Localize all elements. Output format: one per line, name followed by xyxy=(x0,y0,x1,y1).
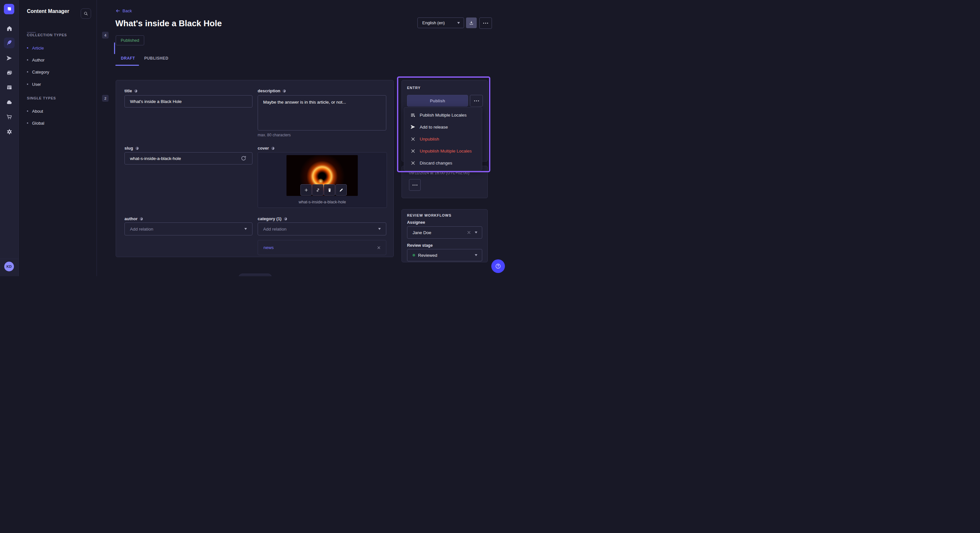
section-single-types: SINGLE TYPES xyxy=(27,96,56,100)
sidebar-item-article[interactable]: Article xyxy=(27,44,91,51)
slug-field-label: slug xyxy=(124,146,139,151)
sidebar-title: Content Manager xyxy=(27,8,69,14)
description-field-label: description xyxy=(258,89,286,93)
sidebar-search-button[interactable] xyxy=(81,8,91,19)
add-icon xyxy=(304,188,309,192)
home-icon[interactable] xyxy=(0,23,19,34)
header-more-button[interactable] xyxy=(479,17,492,29)
assignee-label: Assignee xyxy=(407,220,425,225)
title-input[interactable] xyxy=(124,95,253,108)
sidebar-item-about[interactable]: About xyxy=(27,108,91,115)
strapi-logo[interactable] xyxy=(4,4,14,14)
category-relation-item: news xyxy=(258,240,386,255)
refresh-icon xyxy=(241,155,246,161)
menu-item-discard-changes[interactable]: Discard changes xyxy=(404,157,482,169)
review-workflows-title: REVIEW WORKFLOWS xyxy=(407,213,452,217)
single-types-count: 2 xyxy=(102,95,108,102)
settings-gear-icon[interactable] xyxy=(0,126,19,137)
collection-types-count: 4 xyxy=(102,32,108,38)
review-stage-select[interactable]: Reviewed xyxy=(407,249,482,261)
author-relation-select[interactable]: Add relation xyxy=(124,222,253,235)
add-media-button[interactable] xyxy=(301,184,312,195)
list-plus-icon xyxy=(410,112,416,118)
review-stage-label: Review stage xyxy=(407,243,433,248)
cover-filename: what-s-inside-a-black-hole xyxy=(258,200,387,204)
paper-plane-icon xyxy=(410,124,416,130)
sidebar-item-category[interactable]: Category xyxy=(27,68,91,75)
chevron-down-icon xyxy=(244,228,247,230)
content-manager-nav-active[interactable] xyxy=(4,38,14,48)
ellipsis-icon xyxy=(474,100,479,102)
edit-media-button[interactable] xyxy=(336,184,347,195)
link-icon xyxy=(316,188,320,192)
locale-select[interactable]: English (en) xyxy=(417,17,464,28)
active-tab-underline xyxy=(115,65,139,66)
marketplace-cart-icon[interactable] xyxy=(0,111,19,122)
menu-item-unpublish[interactable]: Unpublish xyxy=(404,133,482,145)
copy-link-button[interactable] xyxy=(312,184,323,195)
slug-input[interactable] xyxy=(124,152,253,165)
release-date: 09/11/2024 at 16:00 (UTC+02:00) xyxy=(409,171,469,175)
sidebar-item-author[interactable]: Author xyxy=(27,56,91,63)
globe-icon xyxy=(271,146,275,150)
help-button[interactable] xyxy=(491,259,505,273)
review-workflows-panel: REVIEW WORKFLOWS Assignee Jane Doe Revie… xyxy=(401,209,488,262)
download-icon xyxy=(469,21,474,25)
globe-icon xyxy=(283,217,288,221)
globe-icon xyxy=(282,89,286,93)
chevron-down-icon xyxy=(457,22,460,24)
section-collection-types: COLLECTION TYPES xyxy=(27,33,67,37)
entry-actions-menu: Publish Multiple Locales Add to release … xyxy=(404,107,482,171)
cover-field-label: cover xyxy=(258,146,275,151)
regenerate-slug-button[interactable] xyxy=(241,155,247,161)
search-icon xyxy=(84,11,88,16)
menu-item-publish-multiple-locales[interactable]: Publish Multiple Locales xyxy=(404,109,482,121)
ellipsis-icon xyxy=(412,185,417,186)
media-library-icon[interactable] xyxy=(0,67,19,78)
assignee-select[interactable]: Jane Doe xyxy=(407,226,482,239)
entry-more-button[interactable] xyxy=(470,95,483,106)
sidebar-item-user[interactable]: User xyxy=(27,81,91,88)
delete-media-button[interactable] xyxy=(324,184,335,195)
bullet-icon xyxy=(27,122,28,124)
releases-icon[interactable] xyxy=(0,52,19,63)
relation-news-link[interactable]: news xyxy=(264,245,274,250)
bullet-icon xyxy=(27,59,28,60)
title-field-label: title xyxy=(124,89,138,93)
menu-item-add-to-release[interactable]: Add to release xyxy=(404,121,482,133)
chevron-down-icon xyxy=(475,232,477,233)
content-type-builder-icon[interactable] xyxy=(0,82,19,93)
stage-status-dot xyxy=(412,254,415,257)
cloud-icon[interactable] xyxy=(0,97,19,108)
edit-form-card: title description Maybe the answer is in… xyxy=(116,80,394,257)
question-mark-icon xyxy=(495,263,501,270)
back-link[interactable]: Back xyxy=(115,8,132,13)
user-avatar[interactable]: KD xyxy=(4,262,14,271)
sidebar-divider xyxy=(27,32,36,33)
globe-icon xyxy=(135,146,139,150)
x-icon xyxy=(410,136,416,142)
tab-draft[interactable]: DRAFT xyxy=(121,56,135,60)
menu-item-unpublish-multiple-locales[interactable]: Unpublish Multiple Locales xyxy=(404,145,482,157)
main-nav-rail: KD xyxy=(0,0,19,276)
cover-media-card: what-s-inside-a-black-hole xyxy=(258,152,387,208)
download-button[interactable] xyxy=(466,17,477,28)
x-icon xyxy=(410,148,416,154)
description-textarea[interactable]: Maybe the answer is in this article, or … xyxy=(258,95,386,130)
trash-icon xyxy=(327,188,332,192)
status-badge: Published xyxy=(116,35,144,45)
entry-panel-title: ENTRY xyxy=(407,86,421,90)
arrow-left-icon xyxy=(115,8,120,13)
publish-button[interactable]: Publish xyxy=(407,95,468,106)
description-helper: max. 80 characters xyxy=(258,133,291,137)
feather-icon xyxy=(6,40,12,46)
release-more-button[interactable] xyxy=(409,179,421,191)
tab-published[interactable]: PUBLISHED xyxy=(144,56,169,60)
remove-relation-x-icon[interactable] xyxy=(377,246,381,250)
floating-toolbar-pill[interactable] xyxy=(239,274,272,276)
sidebar-item-global[interactable]: Global xyxy=(27,119,91,127)
cover-actions xyxy=(301,184,347,195)
clear-assignee-x-icon[interactable] xyxy=(467,230,471,235)
bullet-icon xyxy=(27,110,28,112)
category-relation-select[interactable]: Add relation xyxy=(258,222,386,235)
